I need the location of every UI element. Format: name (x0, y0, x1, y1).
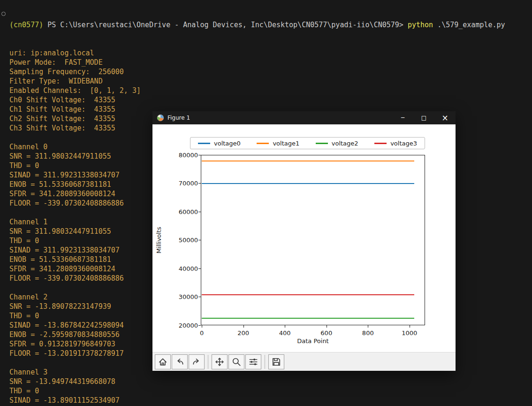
terminal-output-line: uri: ip:analog.local (9, 48, 525, 58)
figure-window: Figure 1 ─ □ × voltage0voltage1voltage2v… (152, 111, 456, 371)
command-decoration-circle (1, 12, 6, 16)
zoom-icon (232, 357, 241, 367)
x-tick-label: 0 (190, 329, 213, 337)
x-axis-label: Data Point (201, 337, 425, 345)
x-tick-mark (202, 325, 202, 328)
screen: (cn0577) PS C:\Users\reustaci\OneDrive -… (0, 0, 532, 406)
x-tick-mark (243, 325, 244, 328)
legend-label: voltage0 (214, 140, 241, 147)
legend-line-swatch (198, 143, 210, 144)
save-button[interactable] (268, 354, 284, 369)
y-tick-label: 40000 (175, 265, 198, 273)
y-tick-mark (198, 240, 201, 240)
x-tick-mark (410, 325, 410, 328)
channel-metric-line: SNR = -13.949744319668078 (9, 377, 525, 386)
legend-line-swatch (316, 143, 328, 144)
y-tick-mark (198, 212, 201, 212)
terminal-output-line: Power Mode: FAST_MODE (9, 58, 525, 67)
command-args: .\579_example.py (437, 21, 505, 29)
terminal-output-line: Filter Type: WIDEBAND (9, 77, 525, 86)
subplots-icon (249, 357, 258, 367)
terminal-output-line: Sampling Frequency: 256000 (9, 67, 525, 77)
chart-axes (201, 155, 425, 325)
y-tick-mark (198, 297, 201, 297)
series-line-voltage0 (202, 183, 414, 184)
y-tick-label: 80000 (175, 151, 198, 159)
legend-item-voltage1: voltage1 (257, 140, 299, 147)
chart-legend: voltage0voltage1voltage2voltage3 (190, 137, 425, 149)
channel-metric-line: SINAD = -13.89011152534907 (9, 396, 525, 405)
x-tick-mark (285, 325, 285, 328)
figure-toolbar (152, 352, 456, 371)
y-tick-label: 50000 (175, 236, 198, 244)
x-tick-mark (327, 325, 327, 328)
save-icon (272, 357, 281, 367)
figure-titlebar[interactable]: Figure 1 ─ □ × (152, 111, 456, 124)
legend-label: voltage3 (390, 140, 417, 147)
zoom-button[interactable] (228, 354, 244, 369)
figure-canvas[interactable]: voltage0voltage1voltage2voltage3 Millivo… (152, 124, 456, 352)
channel-metric-line: THD = 0 (9, 386, 525, 396)
y-tick-mark (198, 155, 201, 155)
toolbar-separator (208, 355, 208, 369)
y-tick-label: 20000 (175, 322, 198, 329)
x-tick-mark (368, 325, 368, 328)
y-tick-mark (198, 325, 201, 326)
y-tick-label: 30000 (175, 293, 198, 301)
minimize-button[interactable]: ─ (392, 111, 413, 124)
matplotlib-logo-icon (157, 114, 164, 122)
legend-item-voltage2: voltage2 (316, 140, 358, 147)
command-text: python (408, 21, 437, 29)
legend-line-swatch (374, 143, 387, 144)
y-axis-label: Millivolts (155, 212, 162, 268)
conda-env-label: (cn0577) (9, 21, 47, 29)
legend-label: voltage2 (332, 140, 358, 147)
close-button[interactable]: × (434, 111, 456, 124)
x-tick-label: 200 (232, 329, 255, 337)
terminal-prompt-line: (cn0577) PS C:\Users\reustaci\OneDrive -… (9, 20, 525, 30)
prompt-path: PS C:\Users\reustaci\OneDrive - Analog D… (47, 21, 408, 29)
window-controls: ─ □ × (392, 111, 456, 124)
back-button[interactable] (172, 354, 188, 369)
legend-label: voltage1 (273, 140, 299, 147)
y-tick-label: 70000 (175, 179, 198, 187)
pan-icon (215, 357, 224, 367)
home-button[interactable] (155, 354, 171, 369)
x-tick-label: 800 (356, 329, 380, 337)
terminal-output-line: Ch0 Shift Voltage: 43355 (9, 95, 525, 105)
series-line-voltage2 (202, 318, 414, 319)
subplots-button[interactable] (245, 354, 261, 369)
legend-item-voltage0: voltage0 (198, 140, 241, 147)
x-tick-label: 1000 (398, 329, 421, 337)
pan-button[interactable] (212, 354, 228, 369)
legend-item-voltage3: voltage3 (374, 140, 417, 147)
series-line-voltage1 (202, 161, 414, 161)
back-icon (175, 357, 184, 367)
y-tick-mark (198, 183, 201, 184)
x-tick-label: 600 (315, 329, 338, 337)
maximize-button[interactable]: □ (413, 111, 434, 124)
figure-window-title: Figure 1 (167, 115, 190, 121)
terminal-output-line: Enabled Channels: [0, 1, 2, 3] (9, 86, 525, 95)
y-tick-mark (198, 268, 201, 269)
forward-button[interactable] (189, 354, 205, 369)
y-tick-label: 60000 (175, 208, 198, 216)
home-icon (158, 357, 167, 367)
x-tick-label: 400 (273, 329, 296, 337)
forward-icon (192, 357, 201, 367)
toolbar-separator (265, 355, 265, 369)
legend-line-swatch (257, 143, 269, 144)
series-line-voltage3 (202, 294, 414, 295)
